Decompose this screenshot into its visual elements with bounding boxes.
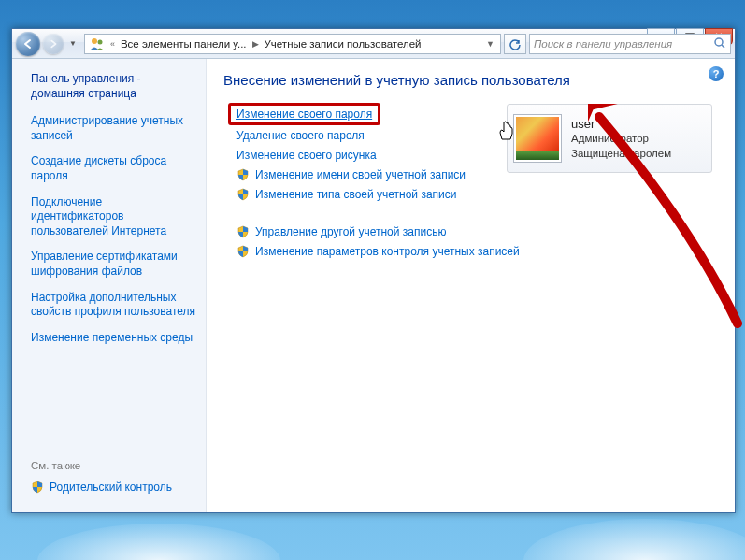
breadcrumb-seg1[interactable]: Все элементы панели у...: [118, 38, 250, 50]
sidebar-link-admin[interactable]: Администрирование учетных записей: [31, 114, 196, 143]
search-placeholder: Поиск в панели управления: [534, 38, 672, 50]
bc-chevron-icon: «: [107, 39, 118, 49]
breadcrumb-seg2[interactable]: Учетные записи пользователей: [262, 38, 424, 50]
shield-icon: [236, 168, 250, 181]
sidebar-footer: См. также Родительский контроль: [31, 460, 196, 503]
task-label: Изменение своего рисунка: [236, 149, 377, 162]
svg-line-5: [722, 45, 724, 48]
task-uac-settings[interactable]: Изменение параметров контроля учетных за…: [236, 245, 718, 258]
user-name: user: [571, 116, 671, 133]
task-label: Изменение параметров контроля учетных за…: [255, 245, 520, 258]
forward-button[interactable]: [43, 34, 64, 54]
search-icon: [713, 36, 726, 51]
task-change-password[interactable]: Изменение своего пароля: [228, 103, 380, 125]
sidebar-home-link[interactable]: Панель управления - домашняя страница: [31, 72, 196, 101]
bc-chevron-icon: ▶: [250, 39, 262, 49]
parental-control-link[interactable]: Родительский контроль: [31, 481, 196, 494]
svg-point-2: [92, 38, 97, 44]
search-input[interactable]: Поиск в панели управления: [529, 34, 731, 54]
sidebar-link-env-vars[interactable]: Изменение переменных среды: [31, 331, 196, 346]
shield-icon: [236, 225, 250, 238]
help-icon[interactable]: ?: [709, 66, 724, 81]
shield-icon: [31, 481, 44, 494]
sidebar-link-online-ids[interactable]: Подключение идентификаторов пользователе…: [31, 195, 196, 239]
breadcrumb[interactable]: « Все элементы панели у... ▶ Учетные зап…: [84, 34, 501, 54]
history-dropdown-icon[interactable]: ▼: [66, 39, 79, 48]
nav-bar: ▼ « Все элементы панели у... ▶ Учетные з…: [12, 29, 735, 59]
svg-point-4: [715, 38, 723, 46]
shield-icon: [236, 188, 250, 201]
task-manage-other[interactable]: Управление другой учетной записью: [236, 225, 718, 238]
user-role: Администратор: [571, 132, 671, 147]
refresh-button[interactable]: [504, 34, 526, 54]
task-label: Удаление своего пароля: [236, 129, 365, 142]
see-also-label: См. также: [31, 460, 196, 471]
sidebar-link-reset-disk[interactable]: Создание дискеты сброса пароля: [31, 154, 196, 183]
sidebar-link-profile-props[interactable]: Настройка дополнительных свойств профиля…: [31, 291, 196, 320]
page-title: Внесение изменений в учетную запись поль…: [223, 72, 718, 88]
user-accounts-icon: [89, 36, 106, 52]
task-label: Изменение своего пароля: [236, 108, 372, 121]
svg-point-3: [97, 39, 102, 44]
back-button[interactable]: [16, 32, 40, 56]
task-label: Изменение типа своей учетной записи: [255, 188, 456, 201]
user-status: Защищена паролем: [571, 147, 671, 162]
task-change-type[interactable]: Изменение типа своей учетной записи: [236, 188, 718, 201]
main-pane: ? Внесение изменений в учетную запись по…: [207, 59, 735, 512]
avatar-image: [516, 117, 559, 160]
shield-icon: [236, 245, 250, 258]
avatar: [513, 114, 562, 163]
control-panel-window: ▼ « Все элементы панели у... ▶ Учетные з…: [11, 28, 736, 513]
user-info: user Администратор Защищена паролем: [571, 116, 671, 162]
sidebar-link-certificates[interactable]: Управление сертификатами шифрования файл…: [31, 250, 196, 279]
bc-dropdown-icon[interactable]: ▼: [480, 39, 500, 49]
task-label: Изменение имени своей учетной записи: [255, 168, 466, 181]
task-label: Управление другой учетной записью: [255, 225, 446, 238]
parental-control-label: Родительский контроль: [50, 481, 172, 494]
user-card: user Администратор Защищена паролем: [507, 104, 712, 173]
task-list-2: Управление другой учетной записью Измене…: [236, 225, 718, 258]
content-area: Панель управления - домашняя страница Ад…: [12, 59, 735, 512]
sidebar: Панель управления - домашняя страница Ад…: [12, 59, 207, 512]
